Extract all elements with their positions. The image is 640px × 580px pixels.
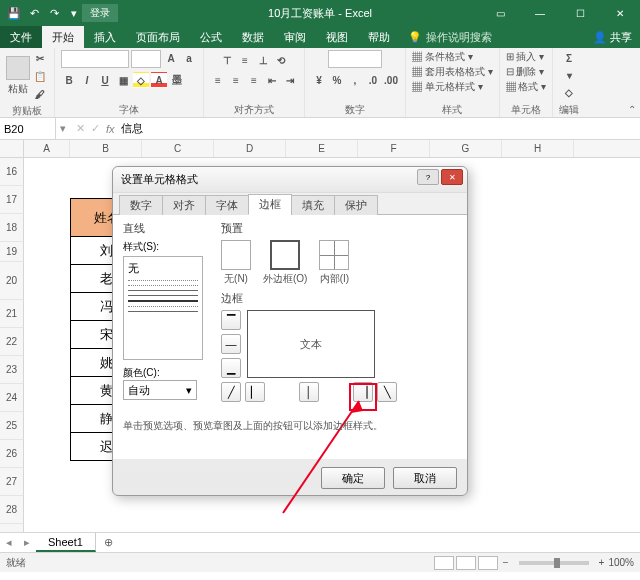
formula-input[interactable] [121,123,634,135]
border-left-button[interactable]: ▏ [245,382,265,402]
zoom-in-button[interactable]: + [599,557,605,568]
tab-view[interactable]: 视图 [316,26,358,48]
collapse-ribbon-icon[interactable]: ⌃ [628,104,636,115]
select-all-corner[interactable] [0,140,24,157]
row-header[interactable]: 29 [0,524,24,532]
underline-button[interactable]: U [97,72,113,88]
orientation-icon[interactable]: ⟲ [273,52,289,68]
increase-font-icon[interactable]: A [163,50,179,66]
dlg-tab-alignment[interactable]: 对齐 [162,195,206,215]
align-middle-icon[interactable]: ≡ [237,52,253,68]
format-as-table-button[interactable]: ▦ 套用表格格式 ▾ [412,65,493,79]
border-middle-button[interactable]: — [221,334,241,354]
row-header[interactable]: 27 [0,468,24,496]
number-format-combo[interactable] [328,50,382,68]
sheet-nav-prev-icon[interactable]: ◂ [0,536,18,549]
border-top-button[interactable]: ▔ [221,310,241,330]
bold-button[interactable]: B [61,72,77,88]
qat-dropdown-icon[interactable]: ▾ [66,5,82,21]
row-header[interactable]: 22 [0,328,24,356]
row-header[interactable]: 23 [0,356,24,384]
zoom-level[interactable]: 100% [608,557,634,568]
column-header[interactable]: C [142,140,214,157]
zoom-out-button[interactable]: − [503,557,509,568]
view-page-layout-icon[interactable] [456,556,476,570]
ok-button[interactable]: 确定 [321,467,385,489]
column-header[interactable]: A [24,140,70,157]
row-header[interactable]: 19 [0,242,24,262]
font-name-combo[interactable] [61,50,129,68]
preset-outline[interactable]: 外边框(O) [263,240,307,286]
format-cells-button[interactable]: ▦ 格式 ▾ [506,80,547,94]
cancel-button[interactable]: 取消 [393,467,457,489]
view-page-break-icon[interactable] [478,556,498,570]
currency-icon[interactable]: ¥ [311,72,327,88]
align-left-icon[interactable]: ≡ [210,72,226,88]
align-top-icon[interactable]: ⊤ [219,52,235,68]
border-bottom-button[interactable]: ▁ [221,358,241,378]
column-header[interactable]: F [358,140,430,157]
tab-home[interactable]: 开始 [42,26,84,48]
row-header[interactable]: 18 [0,214,24,242]
row-header[interactable]: 24 [0,384,24,412]
zoom-slider[interactable] [519,561,589,565]
comma-icon[interactable]: , [347,72,363,88]
inc-decimal-icon[interactable]: .0 [365,72,381,88]
row-header[interactable]: 21 [0,300,24,328]
dialog-titlebar[interactable]: 设置单元格格式 ? ✕ [113,167,467,193]
border-vcenter-button[interactable]: │ [299,382,319,402]
tab-page-layout[interactable]: 页面布局 [126,26,190,48]
row-header[interactable]: 20 [0,262,24,300]
dlg-tab-protection[interactable]: 保护 [334,195,378,215]
preset-inside[interactable]: 内部(I) [319,240,349,286]
preset-none[interactable]: 无(N) [221,240,251,286]
border-diag-up-button[interactable]: ╱ [221,382,241,402]
share-button[interactable]: 👤 共享 [593,30,632,45]
column-header[interactable]: G [430,140,502,157]
undo-icon[interactable]: ↶ [26,5,42,21]
line-style-list[interactable]: 无 [123,256,203,360]
italic-button[interactable]: I [79,72,95,88]
dlg-tab-fill[interactable]: 填充 [291,195,335,215]
view-normal-icon[interactable] [434,556,454,570]
format-painter-icon[interactable]: 🖌 [32,86,48,102]
conditional-format-button[interactable]: ▦ 条件格式 ▾ [412,50,473,64]
dlg-tab-number[interactable]: 数字 [119,195,163,215]
phonetic-icon[interactable]: 墨 [169,72,185,88]
dec-decimal-icon[interactable]: .00 [383,72,399,88]
autosum-icon[interactable]: Σ [561,50,577,66]
percent-icon[interactable]: % [329,72,345,88]
tab-review[interactable]: 审阅 [274,26,316,48]
cancel-formula-icon[interactable]: ✕ [76,122,85,135]
add-sheet-button[interactable]: ⊕ [96,536,121,549]
column-header[interactable]: D [214,140,286,157]
color-combo[interactable]: 自动▾ [123,380,197,400]
column-header[interactable]: E [286,140,358,157]
dlg-tab-font[interactable]: 字体 [205,195,249,215]
maximize-icon[interactable]: ☐ [560,0,600,26]
font-color-button[interactable]: A [151,72,167,88]
minimize-icon[interactable]: — [520,0,560,26]
save-icon[interactable]: 💾 [6,5,22,21]
row-header[interactable]: 26 [0,440,24,468]
column-header[interactable]: B [70,140,142,157]
column-header[interactable]: H [502,140,574,157]
border-button[interactable]: ▦ [115,72,131,88]
tab-file[interactable]: 文件 [0,26,42,48]
enter-formula-icon[interactable]: ✓ [91,122,100,135]
line-style-none[interactable]: 无 [128,261,198,276]
tab-help[interactable]: 帮助 [358,26,400,48]
row-header[interactable]: 16 [0,158,24,186]
tab-formulas[interactable]: 公式 [190,26,232,48]
fill-color-button[interactable]: ◇ [133,72,149,88]
redo-icon[interactable]: ↷ [46,5,62,21]
align-right-icon[interactable]: ≡ [246,72,262,88]
cut-icon[interactable]: ✂ [32,50,48,66]
close-icon[interactable]: ✕ [600,0,640,26]
sheet-tab[interactable]: Sheet1 [36,533,96,552]
login-button[interactable]: 登录 [82,4,118,22]
dlg-tab-border[interactable]: 边框 [248,194,292,215]
border-preview[interactable]: 文本 [247,310,375,378]
align-center-icon[interactable]: ≡ [228,72,244,88]
paste-button[interactable]: 粘贴 [6,56,30,96]
